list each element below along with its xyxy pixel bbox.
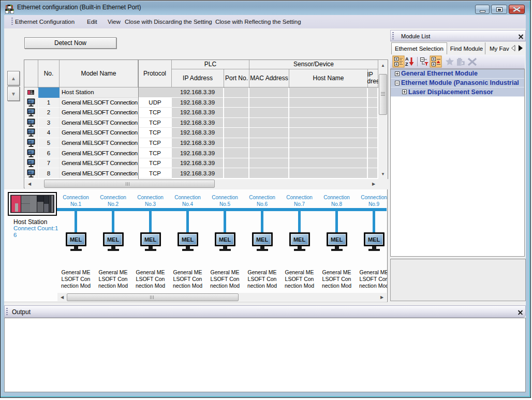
svg-text:MEL: MEL [27,100,35,103]
svg-text:A: A [405,56,409,62]
svg-text:MEL: MEL [27,140,35,144]
svg-text:MEL: MEL [27,120,35,124]
svg-text:MEL: MEL [27,150,35,154]
svg-text:MEL: MEL [27,170,35,174]
svg-text:MEL: MEL [27,160,35,164]
svg-text:MEL: MEL [27,110,35,113]
svg-text:MEL: MEL [27,130,35,134]
svg-text:Z: Z [405,62,408,67]
